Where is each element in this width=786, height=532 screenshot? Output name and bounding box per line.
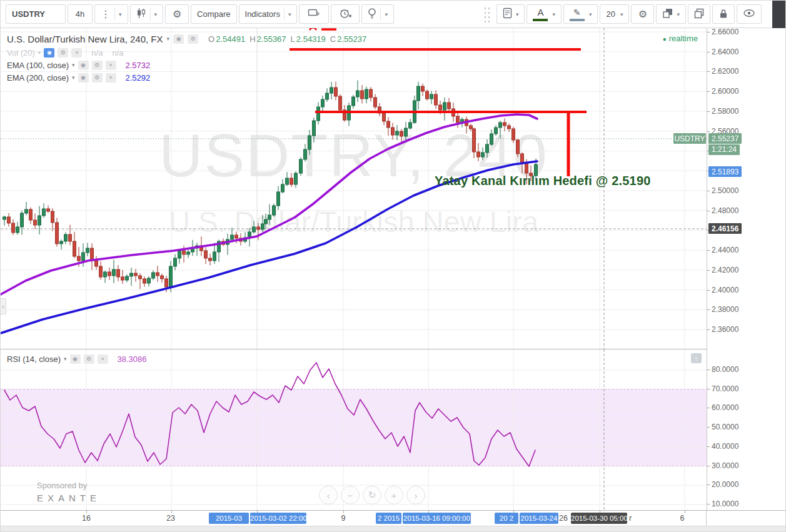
rsi-indicator-pane[interactable]: RSI (14, close)▾◉⚙×38.3086 ↑ ‹ − ↻ + › S… (1, 349, 707, 510)
lock-button[interactable] (712, 4, 735, 24)
indicator-remove-button[interactable]: × (106, 73, 116, 83)
divider (150, 8, 151, 21)
font-size-button[interactable]: 20▾ (600, 4, 629, 24)
publish-button[interactable] (299, 4, 329, 24)
compare-button[interactable]: Compare (191, 4, 236, 24)
indicator-label: EMA (200, close) (7, 73, 69, 83)
rsi-tick (707, 446, 710, 447)
price-tick (707, 211, 710, 211)
countdown-badge: 1:21:24 (708, 144, 740, 155)
add-alert-button[interactable] (331, 4, 360, 24)
move-pane-up-button[interactable]: ↑ (691, 353, 702, 363)
interval-label: 4h (76, 9, 84, 19)
time-axis[interactable]: 1623926r62015-032015-03-02 22:00:002 201… (1, 510, 786, 526)
time-tick (171, 511, 172, 513)
text-color-button[interactable]: A ▾ (527, 4, 562, 24)
template-button[interactable]: ▾ (496, 4, 525, 24)
rsi-tick (707, 427, 710, 428)
indicator-label: RSI (14, close) (7, 354, 61, 364)
caret-down-icon: ▾ (552, 11, 555, 18)
interval-button[interactable]: 4h (68, 4, 93, 24)
drawing-time-badge: 20 2 (495, 513, 518, 524)
interval-menu-button[interactable]: ⋮▾ (94, 4, 128, 24)
indicator-legend-row[interactable]: RSI (14, close)▾◉⚙×38.3086 (7, 353, 147, 365)
price-tick-label: 2.58000 (712, 107, 738, 116)
ideas-button[interactable]: ▾ (361, 4, 394, 24)
chart-legend: U.S. Dollar/Turkish New Lira, 240, FX ▾ … (7, 31, 366, 84)
indicator-settings-button[interactable]: ⚙ (84, 354, 94, 364)
hide-drawings-button[interactable] (737, 4, 762, 24)
drawing-annotation-text[interactable]: Yatay Kanal Kırılım Hedefi @ 2.5190 (435, 174, 651, 188)
drawing-properties-button[interactable]: ⚙ (631, 4, 654, 24)
time-tick-label: r (629, 514, 632, 523)
rsi-tick-label: 20.0000 (712, 480, 738, 489)
rsi-tick-label: 10.0000 (712, 499, 738, 508)
caret-down-icon: ▾ (516, 11, 519, 18)
indicator-legend-row[interactable]: EMA (200, close)▾◉⚙×2.5292 (7, 71, 366, 84)
price-tick (707, 91, 710, 92)
arrange-layers-icon (662, 8, 673, 21)
template-icon (503, 8, 512, 21)
top-toolbar: USDTRY 4h ⋮▾ ▾ ⚙ Compare Indicators▾ ▾ (1, 1, 786, 28)
indicator-remove-button[interactable]: × (71, 48, 82, 58)
rsi-tick-label: 80.0000 (712, 365, 738, 374)
indicator-settings-button[interactable]: ⚙ (58, 48, 68, 58)
indicator-settings-button[interactable]: ⚙ (92, 73, 103, 83)
indicator-value: 38.3086 (118, 354, 147, 364)
time-tick-label: 9 (341, 514, 346, 523)
price-badge: 2.46156 (708, 223, 742, 234)
collapse-left-panel-handle[interactable]: ‹ (1, 298, 6, 314)
price-axis[interactable]: 2.360002.380002.400002.420002.440002.480… (707, 28, 786, 510)
caret-down-icon: ▾ (620, 11, 623, 18)
sponsor-block[interactable]: Sponsored by EXANTE (37, 481, 101, 503)
reset-chart-button[interactable]: ↻ (363, 486, 381, 504)
zoom-in-button[interactable]: + (385, 486, 403, 504)
price-tick (707, 111, 710, 112)
price-tick-label: 2.50000 (712, 186, 738, 195)
price-tick (707, 52, 710, 53)
indicator-legend-row[interactable]: EMA (100, close)▾◉⚙×2.5732 (7, 59, 366, 71)
gear-icon: ⚙ (638, 9, 647, 19)
indicator-remove-button[interactable]: × (98, 354, 108, 364)
scroll-left-button[interactable]: ‹ (319, 486, 338, 504)
indicator-settings-button[interactable]: ⚙ (92, 61, 103, 70)
series-eye-button[interactable]: ◉ (173, 34, 184, 44)
hide-drawings-eye-icon (743, 9, 755, 19)
caret-down-icon: ▾ (167, 36, 170, 42)
caret-down-icon: ▾ (677, 11, 680, 18)
main-chart-pane[interactable]: USDTRY, 240 U.S. Dollar/Turkish New Lira… (1, 28, 707, 349)
line-color-icon: ✎ (570, 8, 585, 21)
series-legend-row[interactable]: U.S. Dollar/Turkish New Lira, 240, FX ▾ … (7, 31, 366, 46)
zoom-out-button[interactable]: − (341, 486, 360, 504)
time-tick (343, 511, 344, 513)
indicator-remove-button[interactable]: × (106, 61, 116, 70)
price-tick-label: 2.48000 (712, 206, 738, 215)
scroll-right-button[interactable]: › (406, 486, 425, 504)
clone-button[interactable] (688, 4, 710, 24)
rsi-tick (707, 408, 710, 408)
indicator-eye-button[interactable]: ◉ (44, 48, 54, 58)
indicator-legend-row[interactable]: Vol (20)▾◉⚙×n/an/a (7, 46, 366, 59)
price-tick-label: 2.64000 (712, 48, 738, 56)
line-color-button[interactable]: ✎ ▾ (563, 4, 598, 24)
drawing-time-badge: 2015-03-16 09:00:00 (403, 513, 471, 524)
arrange-button[interactable]: ▾ (656, 4, 686, 24)
symbol-search-button[interactable]: USDTRY (6, 4, 66, 24)
indicator-eye-button[interactable]: ◉ (78, 61, 89, 70)
price-tick-label: 2.66000 (712, 28, 738, 36)
indicators-button[interactable]: Indicators▾ (239, 4, 298, 24)
series-settings-button[interactable]: ⚙ (188, 34, 198, 44)
drag-grip-icon[interactable] (483, 6, 491, 23)
chart-style-button[interactable]: ▾ (130, 4, 164, 24)
sponsor-logo: EXANTE (37, 493, 101, 503)
ohlc-item: O2.54491 (208, 34, 245, 44)
indicator-value: n/a (91, 48, 103, 58)
indicator-value: 2.5732 (126, 61, 151, 70)
indicator-eye-button[interactable]: ◉ (70, 354, 81, 364)
chart-properties-button[interactable]: ⚙ (165, 4, 189, 24)
symbol-label: USDTRY (12, 9, 45, 19)
indicator-eye-button[interactable]: ◉ (78, 73, 89, 83)
indicator-label: EMA (100, close) (7, 61, 69, 70)
time-tick-label: 16 (82, 514, 91, 523)
rsi-tick-label: 30.0000 (712, 461, 738, 470)
